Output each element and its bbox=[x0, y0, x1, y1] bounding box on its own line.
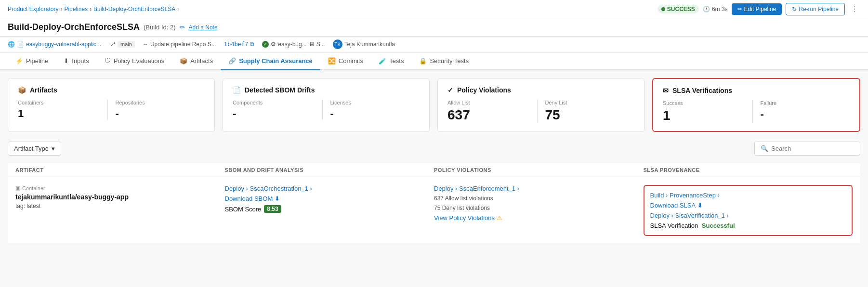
status-dot bbox=[661, 7, 665, 11]
deny-list-label: Deny List bbox=[545, 100, 627, 105]
slsa-card: ✉ SLSA Verifications Success 1 Failure - bbox=[652, 78, 860, 132]
commit-hash[interactable]: 1b4bef7 bbox=[224, 41, 249, 48]
slsa-status-row: SLSA Verification Successful bbox=[650, 222, 846, 229]
slsa-failure-metric: Failure - bbox=[752, 100, 850, 123]
repo-link[interactable]: easybuggy-vulnerabl-applic... bbox=[26, 41, 101, 48]
artifact-name: tejakummarikuntla/easy-buggy-app bbox=[15, 193, 225, 201]
components-value: - bbox=[233, 107, 315, 120]
policy-card-label: Policy Violations bbox=[457, 86, 511, 94]
tests-icon: 🧪 bbox=[379, 57, 386, 65]
licenses-value: - bbox=[330, 107, 412, 120]
slsa-card-title: ✉ SLSA Verifications bbox=[663, 87, 850, 94]
slsa-download-link[interactable]: Download SLSA ⬇ bbox=[650, 202, 846, 209]
supply-chain-icon: 🔗 bbox=[228, 57, 236, 65]
copy-icon[interactable]: ⧉ bbox=[250, 41, 254, 48]
slsa-success-value: 1 bbox=[663, 108, 745, 123]
allow-violations: 637 Allow list violations bbox=[434, 195, 644, 202]
globe-icon: 🌐 bbox=[8, 41, 15, 48]
tab-tests[interactable]: 🧪 Tests bbox=[371, 52, 411, 70]
meta-user: TK Teja Kummarikuntla bbox=[333, 39, 395, 49]
allow-list-value: 637 bbox=[447, 107, 529, 123]
policy-card-icon: ✓ bbox=[447, 86, 453, 94]
branch-value: main bbox=[118, 41, 135, 48]
tab-pipeline[interactable]: ⚡ Pipeline bbox=[8, 52, 56, 70]
service-icon: ⚙ bbox=[271, 41, 276, 48]
tab-artifacts[interactable]: 📦 Artifacts bbox=[172, 52, 221, 70]
deny-list-metric: Deny List 75 bbox=[537, 100, 635, 123]
commit-msg: Update pipeline Repo S... bbox=[150, 41, 216, 48]
slsa-build-link[interactable]: Build › ProvenanceStep › bbox=[650, 192, 846, 199]
build-id: (Build Id: 2) bbox=[144, 24, 175, 31]
deny-list-value: 75 bbox=[545, 107, 627, 123]
slsa-download-label: Download SLSA bbox=[650, 202, 696, 209]
slsa-metrics: Success 1 Failure - bbox=[663, 100, 850, 123]
search-icon: 🔍 bbox=[761, 145, 768, 152]
breadcrumb-pipelines[interactable]: Pipelines bbox=[64, 6, 88, 13]
licenses-metric: Licenses - bbox=[322, 100, 420, 120]
col-artifact: ARTIFACT bbox=[15, 167, 225, 173]
rerun-pipeline-label: Re-run Pipeline bbox=[799, 6, 839, 13]
repositories-metric: Repositories - bbox=[107, 100, 205, 120]
col-policy: POLICY VIOLATIONS bbox=[434, 167, 644, 173]
meta-row: 🌐 📄 easybuggy-vulnerabl-applic... ⎇ main… bbox=[0, 37, 868, 52]
table-row: ▣ Container tejakummarikuntla/easy-buggy… bbox=[8, 177, 860, 244]
user-name: Teja Kummarikuntla bbox=[344, 41, 395, 48]
col-slsa: SLSA PROVENANCE bbox=[644, 167, 853, 173]
commit-arrow-icon: → bbox=[143, 41, 148, 48]
repositories-label: Repositories bbox=[116, 100, 197, 105]
table-header: ARTIFACT SBOM AND DRIFT ANALYSIS POLICY … bbox=[8, 163, 860, 177]
rerun-pipeline-button[interactable]: ↻ Re-run Pipeline bbox=[786, 3, 845, 15]
sbom-deploy-link[interactable]: Deploy › SscaOrchestration_1 › bbox=[225, 185, 434, 192]
sbom-cell: Deploy › SscaOrchestration_1 › Download … bbox=[225, 185, 434, 213]
artifacts-icon: 📦 bbox=[180, 57, 187, 65]
tab-policy[interactable]: 🛡 Policy Evaluations bbox=[97, 52, 172, 70]
slsa-deploy-link[interactable]: Deploy › SlsaVerification_1 › bbox=[650, 212, 846, 219]
meta-repo: 🌐 📄 easybuggy-vulnerabl-applic... bbox=[8, 41, 101, 48]
breadcrumb-product[interactable]: Product Exploratory bbox=[8, 6, 58, 13]
rerun-icon: ↻ bbox=[792, 6, 797, 13]
download-icon: ⬇ bbox=[275, 195, 280, 202]
slsa-download-icon: ⬇ bbox=[697, 202, 703, 209]
breadcrumb: Product Exploratory › Pipelines › Build-… bbox=[8, 6, 179, 13]
container-icon: ▣ bbox=[15, 185, 20, 191]
meta-commit: → Update pipeline Repo S... bbox=[143, 41, 216, 48]
tab-supply-chain-label: Supply Chain Assurance bbox=[239, 57, 313, 65]
slsa-outer-cell: Build › ProvenanceStep › Download SLSA ⬇… bbox=[644, 185, 853, 236]
sbom-download-link[interactable]: Download SBOM ⬇ bbox=[225, 195, 434, 202]
tab-security[interactable]: 🔒 Security Tests bbox=[411, 52, 476, 70]
sbom-score-row: SBOM Score 8.53 bbox=[225, 205, 434, 213]
policy-deploy-link[interactable]: Deploy › SscaEnforcement_1 › bbox=[434, 185, 644, 192]
tab-commits[interactable]: 🔀 Commits bbox=[320, 52, 371, 70]
pencil-icon: ✏ bbox=[180, 24, 185, 31]
clock-icon: 🕐 bbox=[703, 6, 710, 13]
artifacts-metrics: Containers 1 Repositories - bbox=[18, 100, 205, 120]
top-bar: Product Exploratory › Pipelines › Build-… bbox=[0, 0, 868, 18]
tab-supply-chain[interactable]: 🔗 Supply Chain Assurance bbox=[221, 52, 320, 70]
sbom-card: 📄 Detected SBOM Drifts Components - Lice… bbox=[223, 78, 430, 132]
containers-value: 1 bbox=[18, 107, 100, 120]
breadcrumb-chevron: › bbox=[177, 6, 179, 13]
artifact-type-dropdown[interactable]: Artifact Type ▾ bbox=[8, 142, 61, 156]
slsa-success-metric: Success 1 bbox=[663, 100, 752, 123]
edit-pipeline-button[interactable]: ✏ Edit Pipeline bbox=[732, 3, 782, 15]
search-box: 🔍 bbox=[754, 142, 860, 156]
sbom-card-title: 📄 Detected SBOM Drifts bbox=[233, 86, 420, 94]
tab-commits-label: Commits bbox=[339, 57, 363, 65]
add-note-link[interactable]: Add a Note bbox=[189, 24, 218, 31]
slsa-failure-label: Failure bbox=[761, 100, 842, 106]
search-input[interactable] bbox=[771, 145, 854, 152]
meta-service: ✓ ⚙ easy-bug... 🖥 S... bbox=[262, 41, 325, 48]
status-label: SUCCESS bbox=[667, 6, 695, 13]
view-policy-label: View Policy Violations bbox=[434, 214, 495, 222]
allow-list-metric: Allow List 637 bbox=[447, 100, 537, 123]
meta-hash: 1b4bef7 ⧉ bbox=[224, 41, 255, 48]
view-policy-link[interactable]: View Policy Violations ⚠ bbox=[434, 214, 644, 222]
pipeline-icon: ⚡ bbox=[15, 57, 23, 65]
tab-tests-label: Tests bbox=[389, 57, 404, 65]
artifacts-card-title: 📦 Artifacts bbox=[18, 86, 205, 94]
components-metric: Components - bbox=[233, 100, 322, 120]
artifact-type-indicator: ▣ Container bbox=[15, 185, 225, 191]
more-options-button[interactable]: ⋮ bbox=[849, 3, 860, 14]
tab-inputs[interactable]: ⬇ Inputs bbox=[56, 52, 96, 70]
breadcrumb-build[interactable]: Build-Deploy-OrchEnforceSLSA bbox=[93, 6, 175, 13]
